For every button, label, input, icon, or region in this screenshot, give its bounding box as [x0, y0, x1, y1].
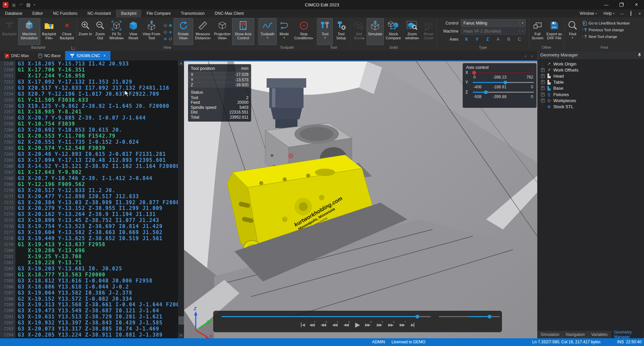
- tab-dnc-max[interactable]: ↗ DNC-Max: [0, 51, 34, 60]
- close-backplot-button[interactable]: × Close Backplot: [58, 18, 76, 45]
- gcode-line[interactable]: 7269 G1 Y-12.196 F909.562: [0, 181, 178, 187]
- backplot-file-button[interactable]: Backplot File▾: [40, 18, 58, 45]
- reset-zoom-button[interactable]: Reset Zoom: [421, 18, 436, 45]
- machine-select[interactable]: Haas VF-2 (Bundled)▾: [461, 28, 525, 35]
- gcode-line[interactable]: 7275 G3 X-19.899 Y-13.45 Z-38.752 I1.077…: [0, 217, 178, 223]
- axis-toggle[interactable]: C: [518, 37, 521, 42]
- axis-toggle[interactable]: Z: [486, 37, 489, 42]
- tree-expander-icon[interactable]: +: [541, 99, 545, 102]
- tree-item[interactable]: + Base: [541, 85, 644, 91]
- mdi-close-button[interactable]: ×: [636, 11, 643, 16]
- y-axis-slider[interactable]: [473, 82, 534, 83]
- gcode-line[interactable]: 7267 G1 X-17.643 Y-9.902: [0, 169, 178, 175]
- gcode-line[interactable]: 7261 G1 X-20.553 Y-11.706 F1542.79: [0, 133, 178, 139]
- x-axis-slider[interactable]: [473, 72, 534, 73]
- gcode-line[interactable]: 7256 G3 X19.125 Y-9.862 Z-38.92 I-1.645 …: [0, 103, 178, 109]
- gcode-line[interactable]: 7249 G3 X-18.205 Y-15.713 I1.42 J0.933: [0, 61, 178, 67]
- gcode-line[interactable]: 7266 G3 X-14.52 Y-15.121 Z-38.92 I1.162 …: [0, 163, 178, 169]
- gcode-editor[interactable]: 7249 G3 X-18.205 Y-15.713 I1.42 J0.933 7…: [0, 60, 184, 338]
- find-button[interactable]: Find ▾: [565, 18, 580, 45]
- gcode-line[interactable]: 7268 G3 X-20.7 Y-10.746 Z-39. I-1.412 J-…: [0, 175, 178, 181]
- backplot-button[interactable]: Backplot: [1, 18, 18, 45]
- gcode-line[interactable]: 7273 G3 X-20.279 Y-13.152 Z-38.955 I1.29…: [0, 206, 178, 212]
- panel-tab[interactable]: Geometry Manager: [611, 331, 644, 338]
- machine-simulation-button[interactable]: Machine Simulation: [18, 18, 40, 45]
- gcode-line[interactable]: 7293 G3 X-20.073 Y13.317 Z-38.885 I0.74 …: [0, 326, 178, 332]
- gcode-line[interactable]: 7283 G3 X-19.203 Y-13.681 I0. J0.025: [0, 266, 178, 272]
- z-axis-slider[interactable]: [473, 92, 534, 93]
- tree-item[interactable]: + Head: [541, 73, 644, 79]
- stock-compare-button[interactable]: Stock Compare: [384, 18, 403, 45]
- tree-expander-icon[interactable]: +: [541, 68, 545, 72]
- view-reset-button[interactable]: View Reset: [126, 18, 141, 45]
- progress-slider[interactable]: [222, 316, 431, 317]
- gcode-line[interactable]: 7264 G3 X-20.48 Y-12.893 I0.615 J-0.017 …: [0, 151, 178, 157]
- gcode-line[interactable]: 7260 G3 X-20.692 Y-10.853 I0.615 J0.: [0, 127, 178, 133]
- tree-expander-icon[interactable]: +: [541, 105, 545, 109]
- playback-button[interactable]: ◀◀S: [321, 322, 327, 327]
- tree-item[interactable]: + Workpieces: [541, 97, 644, 103]
- fit-to-window-button[interactable]: Fit To Window▾: [107, 18, 126, 45]
- gcode-line[interactable]: 7285 G3 X-18.812 Y13.616 I-0.048 J0.006 …: [0, 278, 178, 284]
- zoom-window-button[interactable]: Zoom window▾: [403, 18, 421, 45]
- gcode-line[interactable]: 7270 G3 X-20.517 Y-12.833 I1.2 J0.: [0, 187, 178, 193]
- speed-slider[interactable]: [439, 316, 500, 317]
- gcode-line[interactable]: 7272 G3 X-20.384 Y-13.03 Z-38.989 I1.392…: [0, 200, 178, 206]
- playback-button[interactable]: ◀◀Z: [332, 322, 338, 327]
- gcode-line[interactable]: 7282 X-19.228 Y-13.71: [0, 260, 178, 266]
- tree-expander-icon[interactable]: +: [541, 80, 545, 84]
- tree-expander-icon[interactable]: +: [541, 86, 545, 90]
- tab-526386-cnc[interactable]: 526386.CNC ×: [65, 51, 110, 60]
- help-menu[interactable]: Help▾: [601, 11, 617, 16]
- tab-scroll-left-icon[interactable]: ‹: [525, 53, 526, 58]
- export-dxf-button[interactable]: DXF Export as DXF File: [545, 18, 563, 45]
- tree-item[interactable]: + Work Offsets: [541, 67, 644, 73]
- gcode-line[interactable]: 7253 G3 X20.517 Y-12.833 I17.092 J17.132…: [0, 85, 178, 91]
- previous-tool-change-button[interactable]: ↑ Previous Tool change: [582, 27, 630, 33]
- pin-icon[interactable]: [638, 53, 641, 57]
- mdi-minimize-button[interactable]: ―: [618, 11, 626, 15]
- menu-item[interactable]: Database: [0, 9, 27, 17]
- gcode-line[interactable]: 7265 G3 X-17.094 Y-17.13 I20.48 J12.893 …: [0, 157, 178, 163]
- axis-toggle[interactable]: A: [497, 37, 500, 42]
- control-select[interactable]: Fanuc Milling▾: [461, 19, 525, 27]
- tree-item[interactable]: + Table: [541, 79, 644, 85]
- goto-line-button[interactable]: Go to Line/Block Number: [582, 20, 630, 26]
- restore-button[interactable]: [614, 0, 629, 9]
- gcode-line[interactable]: 7259 G1 Y-10.754 F3039: [0, 121, 178, 127]
- menu-item[interactable]: NC Functions: [48, 9, 83, 17]
- tool-setup-button[interactable]: Tool Setup: [333, 18, 350, 45]
- stop-conditions-button[interactable]: Stop Conditions▾: [292, 18, 316, 45]
- menu-item[interactable]: Editor: [27, 9, 48, 17]
- panel-tab[interactable]: Variables: [588, 331, 611, 338]
- gcode-line[interactable]: 7254 G3 X20.7 Y-12.196 I-1.017 J0.637 F2…: [0, 91, 178, 97]
- rotate-view-button[interactable]: Rotate View▾: [174, 18, 193, 45]
- gcode-line[interactable]: 7262 G2 X-20.551 Y-11.735 I-0.152 J-0.02…: [0, 139, 178, 145]
- scroll-up-icon[interactable]: ▲: [178, 60, 184, 66]
- gcode-line[interactable]: 7252 G3 X-17.092 Y-17.132 I1.353 J1.029: [0, 79, 178, 85]
- gcode-line[interactable]: 7258 G3 X-20.7 Y-9.885 Z-39. I-0.07 J-1.…: [0, 115, 178, 121]
- menu-item[interactable]: Transmission: [176, 9, 210, 17]
- zoom-out-button[interactable]: Zoom Out: [93, 18, 107, 45]
- gcode-line[interactable]: 7291 G3 X-19.631 Y13.513 Z-38.729 I0.281…: [0, 314, 178, 320]
- zoom-in-button[interactable]: Zoom In: [78, 18, 93, 45]
- tab-nc-base[interactable]: NC-Base: [34, 51, 65, 60]
- gcode-line[interactable]: 7280 X-19.286 Y-13.696: [0, 248, 178, 254]
- playback-button[interactable]: ◀◀T: [309, 322, 316, 327]
- tree-item[interactable]: + Work Origin: [541, 61, 644, 67]
- playback-button[interactable]: ▶▶S: [388, 322, 395, 327]
- iso-view-buttons[interactable]: ◇◆ ◇◈ ◈◇: [163, 22, 173, 42]
- gcode-line[interactable]: 7250 G1 X-17.706 Y-16.351: [0, 67, 178, 73]
- tree-expander-icon[interactable]: +: [541, 74, 545, 78]
- projection-view-button[interactable]: Projection View▾: [213, 18, 232, 45]
- tree-item[interactable]: + Fixtures: [541, 91, 644, 97]
- gcode-line[interactable]: 7251 X-17.244 Y-16.958: [0, 73, 178, 79]
- panel-tab[interactable]: Simulation: [538, 331, 563, 338]
- panel-tab[interactable]: Navigation: [563, 331, 588, 338]
- gcode-line[interactable]: 7277 G3 X-19.604 Y-13.582 Z-38.663 I0.66…: [0, 229, 178, 235]
- view-from-tool-button[interactable]: View From Tool: [141, 18, 162, 45]
- menu-item[interactable]: File Compare: [141, 9, 176, 17]
- tab-scroll-right-icon[interactable]: ›: [531, 53, 533, 58]
- next-tool-change-button[interactable]: ↓ Next Tool change: [582, 34, 630, 39]
- gcode-line[interactable]: 7279 G1 X-19.413 Y-13.637 F2958: [0, 242, 178, 248]
